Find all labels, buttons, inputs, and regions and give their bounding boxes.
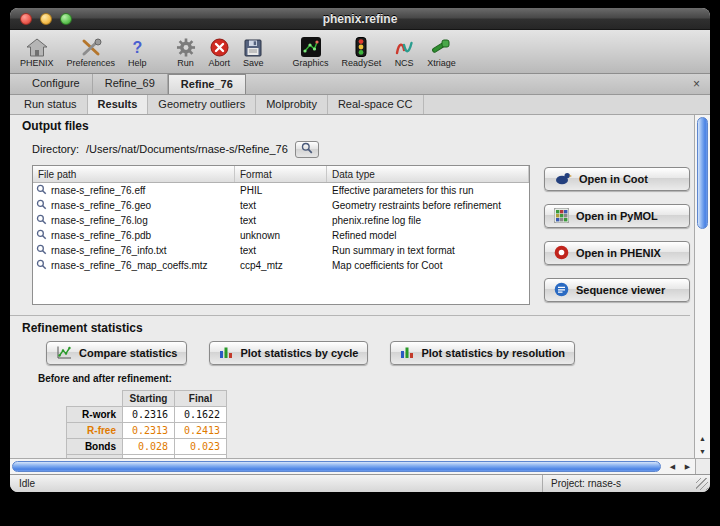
gear-icon xyxy=(176,37,196,57)
toolbar-ncs-button[interactable]: NCS xyxy=(394,37,414,68)
vertical-scrollbar-thumb[interactable] xyxy=(697,117,708,229)
scroll-left-icon[interactable]: ◀ xyxy=(665,460,680,473)
file-table-row[interactable]: rnase-s_refine_76.eff PHIL Effective par… xyxy=(33,183,529,198)
toolbar-preferences-button[interactable]: Preferences xyxy=(67,37,116,68)
zoom-window-button[interactable] xyxy=(60,13,72,25)
refinement-stats-grid: Starting Final R-work 0.2316 0.1622 R-fr… xyxy=(66,390,227,458)
file-path: rnase-s_refine_76.pdb xyxy=(51,230,151,241)
close-tab-icon[interactable]: × xyxy=(690,78,703,90)
scroll-down-icon[interactable]: ▼ xyxy=(695,445,710,458)
file-path: rnase-s_refine_76.geo xyxy=(51,200,151,211)
stat-starting: 0.028 xyxy=(123,439,175,455)
column-header-file-path[interactable]: File path xyxy=(33,166,235,182)
toolbar-save-button[interactable]: Save xyxy=(243,37,264,68)
tools-icon xyxy=(80,37,102,57)
tab-run-status[interactable]: Run status xyxy=(14,95,88,114)
stat-final: 0.023 xyxy=(175,439,227,455)
stats-row-r-free: R-free 0.2313 0.2413 xyxy=(67,423,227,439)
tab-refine-69[interactable]: Refine_69 xyxy=(93,74,168,94)
open-in-coot-button[interactable]: Open in Coot xyxy=(544,167,690,191)
stat-name: R-free xyxy=(67,423,123,439)
file-path: rnase-s_refine_76_map_coeffs.mtz xyxy=(51,260,208,271)
pymol-icon xyxy=(554,208,569,225)
directory-label: Directory: xyxy=(32,143,79,155)
toolbar-help-button[interactable]: ? Help xyxy=(128,37,147,68)
toolbar-run-button[interactable]: Run xyxy=(176,37,196,68)
toolbar-label: Abort xyxy=(209,58,231,68)
stat-starting: 4.517 xyxy=(123,455,175,459)
magnifier-icon xyxy=(36,229,47,242)
toolbar-graphics-button[interactable]: Graphics xyxy=(293,37,329,68)
toolbar-abort-button[interactable]: Abort xyxy=(209,37,231,68)
scroll-up-icon[interactable]: ▲ xyxy=(695,432,710,445)
file-format: unknown xyxy=(235,230,327,241)
molecule-icon xyxy=(301,37,321,57)
tab-real-space-cc[interactable]: Real-space CC xyxy=(328,95,424,114)
browse-directory-button[interactable] xyxy=(295,141,319,158)
column-header-format[interactable]: Format xyxy=(235,166,327,182)
toolbar: PHENIX Preferences ? Help Run Abort xyxy=(10,30,710,74)
magnifier-icon xyxy=(36,184,47,197)
tab-geometry-outliers[interactable]: Geometry outliers xyxy=(148,95,256,114)
plot-by-cycle-button[interactable]: Plot statistics by cycle xyxy=(209,341,368,365)
sequence-viewer-button[interactable]: Sequence viewer xyxy=(544,278,690,302)
stats-row-bonds: Bonds 0.028 0.023 xyxy=(67,439,227,455)
bar-chart-icon xyxy=(400,345,414,361)
column-header-data-type[interactable]: Data type xyxy=(327,166,529,182)
minimize-window-button[interactable] xyxy=(40,13,52,25)
before-after-label: Before and after refinement: xyxy=(38,373,690,384)
phenix-logo-icon xyxy=(554,245,569,262)
button-label: Open in PHENIX xyxy=(576,247,661,259)
file-table-row[interactable]: rnase-s_refine_76_info.txt text Run summ… xyxy=(33,243,529,258)
status-bar: Idle Project: rnase-s xyxy=(10,474,710,492)
tab-results[interactable]: Results xyxy=(88,95,149,114)
file-table-row[interactable]: rnase-s_refine_76.geo text Geometry rest… xyxy=(33,198,529,213)
coot-bird-icon xyxy=(554,171,572,187)
file-data-type: phenix.refine log file xyxy=(327,215,529,226)
file-table-row[interactable]: rnase-s_refine_76.pdb unknown Refined mo… xyxy=(33,228,529,243)
toolbar-phenix-button[interactable]: PHENIX xyxy=(20,37,54,68)
vertical-scrollbar[interactable]: ▲ ▼ xyxy=(694,115,710,458)
button-label: Plot statistics by resolution xyxy=(421,347,565,359)
stat-final: 0.2413 xyxy=(175,423,227,439)
plot-by-resolution-button[interactable]: Plot statistics by resolution xyxy=(390,341,575,365)
tab-molprobity[interactable]: Molprobity xyxy=(256,95,328,114)
file-data-type: Effective parameters for this run xyxy=(327,185,529,196)
file-data-type: Refined model xyxy=(327,230,529,241)
close-window-button[interactable] xyxy=(20,13,32,25)
viewer-buttons: Open in Coot Open in PyMOL Open in PHENI… xyxy=(544,165,690,305)
directory-row: Directory: /Users/nat/Documents/rnase-s/… xyxy=(32,139,690,159)
horizontal-scrollbar[interactable]: ◀ ▶ xyxy=(10,458,710,474)
grid-corner xyxy=(67,391,123,407)
scrollbar-corner xyxy=(695,459,710,474)
toolbar-label: Graphics xyxy=(293,58,329,68)
stat-final: 2.010 xyxy=(175,455,227,459)
stats-row-angles: Angles 4.517 2.010 xyxy=(67,455,227,459)
toolbar-readyset-button[interactable]: ReadySet xyxy=(342,37,382,68)
tab-configure[interactable]: Configure xyxy=(20,74,93,94)
toolbar-xtriage-button[interactable]: Xtriage xyxy=(427,37,456,68)
window-title: phenix.refine xyxy=(10,12,710,26)
output-files-heading: Output files xyxy=(22,119,690,133)
stat-final: 0.1622 xyxy=(175,407,227,423)
open-in-pymol-button[interactable]: Open in PyMOL xyxy=(544,204,690,228)
tab-refine-76[interactable]: Refine_76 xyxy=(168,74,246,94)
file-table-header: File path Format Data type xyxy=(33,166,529,183)
title-bar[interactable]: phenix.refine xyxy=(10,8,710,30)
toolbar-label: Help xyxy=(128,58,147,68)
project-label: Project: rnase-s xyxy=(542,475,710,492)
file-table-row[interactable]: rnase-s_refine_76.log text phenix.refine… xyxy=(33,213,529,228)
section-divider xyxy=(10,315,690,316)
scroll-right-icon[interactable]: ▶ xyxy=(680,460,695,473)
toolbar-label: ReadySet xyxy=(342,58,382,68)
magnifier-icon xyxy=(36,259,47,272)
file-path: rnase-s_refine_76.log xyxy=(51,215,148,226)
file-data-type: Run summary in text format xyxy=(327,245,529,256)
abort-icon xyxy=(210,37,229,57)
resize-grip[interactable] xyxy=(696,478,708,490)
horizontal-scrollbar-thumb[interactable] xyxy=(12,461,661,472)
open-in-phenix-button[interactable]: Open in PHENIX xyxy=(544,241,690,265)
file-table-row[interactable]: rnase-s_refine_76_map_coeffs.mtz ccp4_mt… xyxy=(33,258,529,273)
magnifier-icon xyxy=(36,199,47,212)
compare-statistics-button[interactable]: Compare statistics xyxy=(46,341,187,365)
